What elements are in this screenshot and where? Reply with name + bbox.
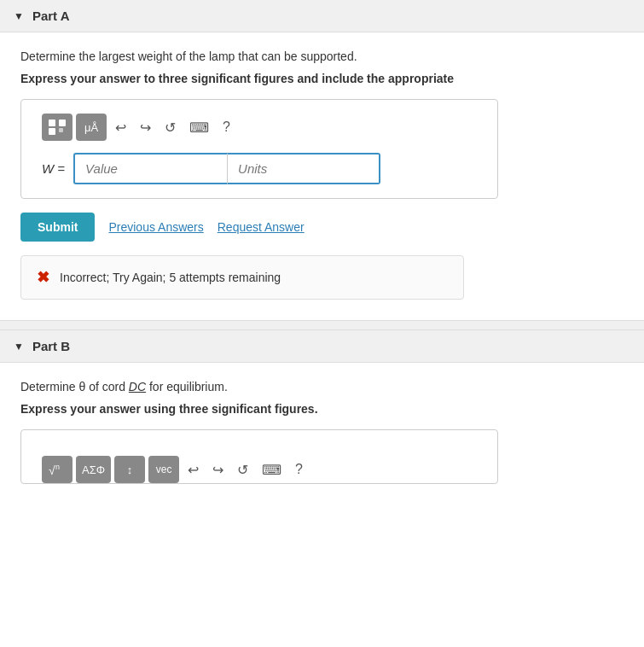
part-a-toolbar: μÅ ↩ ↪ ↺ ⌨ ?: [35, 114, 484, 141]
help-icon-a: ?: [223, 119, 230, 135]
previous-answers-label: Previous Answers: [108, 220, 203, 234]
value-input[interactable]: [73, 153, 227, 184]
svg-text:√: √: [49, 463, 55, 477]
cord-italic: DC: [129, 380, 146, 393]
redo-button[interactable]: ↪: [135, 116, 156, 139]
part-b-question-text2: for equilibrium.: [149, 380, 228, 393]
keyboard-button-b[interactable]: ⌨: [257, 458, 287, 481]
keyboard-icon-b: ⌨: [262, 462, 281, 478]
help-icon-b: ?: [295, 462, 303, 477]
help-button-a[interactable]: ?: [218, 116, 235, 138]
w-label: W =: [42, 161, 65, 176]
undo-icon: ↩: [115, 119, 126, 136]
part-a-action-row: Submit Previous Answers Request Answer: [20, 213, 624, 242]
part-a-collapse-arrow: ▼: [14, 10, 24, 22]
reset-icon-b: ↺: [237, 462, 248, 478]
feedback-text: Incorrect; Try Again; 5 attempts remaini…: [60, 271, 281, 284]
part-b-instruction: Express your answer using three signific…: [20, 402, 624, 416]
part-b-cord-label: DC: [129, 380, 149, 393]
cord-underline: DC: [129, 380, 146, 393]
sqrt-button[interactable]: √ n: [42, 456, 73, 483]
part-a-question: Determine the largest weight of the lamp…: [20, 50, 624, 63]
svg-text:n: n: [55, 463, 60, 471]
undo-button-b[interactable]: ↩: [183, 458, 204, 481]
svg-rect-2: [49, 128, 55, 135]
submit-label: Submit: [38, 220, 78, 234]
mu-button[interactable]: μÅ: [76, 114, 107, 141]
redo-icon: ↪: [140, 119, 151, 136]
vec-button[interactable]: vec: [148, 456, 179, 483]
part-b-collapse-arrow: ▼: [14, 341, 24, 353]
svg-rect-0: [49, 119, 55, 126]
arrows-button[interactable]: ↕: [114, 456, 145, 483]
svg-rect-1: [59, 119, 66, 126]
vec-label: vec: [156, 463, 172, 475]
matrix-button[interactable]: [42, 114, 73, 141]
part-b-toolbar: √ n ΑΣΦ ↕ vec ↩ ↪ ↺ ⌨: [35, 444, 484, 483]
part-a-header[interactable]: ▼ Part A: [0, 0, 644, 32]
arrows-icon: ↕: [127, 463, 133, 476]
section-divider: [0, 320, 644, 330]
undo-icon-b: ↩: [188, 462, 199, 478]
part-b-answer-box: √ n ΑΣΦ ↕ vec ↩ ↪ ↺ ⌨: [20, 429, 498, 484]
part-a-title: Part A: [32, 9, 70, 23]
redo-icon-b: ↪: [212, 462, 223, 478]
reset-button[interactable]: ↺: [160, 116, 181, 139]
redo-button-b[interactable]: ↪: [207, 458, 229, 481]
reset-button-b[interactable]: ↺: [232, 458, 253, 481]
part-a-input-row: W =: [35, 153, 484, 184]
help-button-b[interactable]: ?: [290, 458, 308, 481]
part-b-header[interactable]: ▼ Part B: [0, 330, 644, 363]
reset-icon: ↺: [165, 119, 176, 136]
part-a-answer-box: μÅ ↩ ↪ ↺ ⌨ ? W =: [20, 99, 498, 199]
part-a-body: Determine the largest weight of the lamp…: [0, 32, 644, 320]
undo-button[interactable]: ↩: [110, 116, 131, 139]
request-answer-label: Request Answer: [218, 220, 305, 234]
keyboard-icon: ⌨: [189, 119, 209, 136]
incorrect-icon: ✖: [37, 268, 49, 287]
part-b-body: Determine θ of cord DC for equilibrium. …: [0, 363, 644, 484]
part-b-question-text1: Determine θ of cord: [20, 380, 125, 393]
request-answer-button[interactable]: Request Answer: [218, 220, 305, 234]
part-a-instruction: Express your answer to three significant…: [20, 72, 624, 85]
alpha-sigma-phi-button[interactable]: ΑΣΦ: [76, 456, 111, 483]
part-b-title: Part B: [32, 339, 70, 353]
svg-rect-3: [59, 128, 63, 132]
mu-label: μÅ: [84, 121, 98, 134]
units-input[interactable]: [227, 153, 380, 184]
feedback-box: ✖ Incorrect; Try Again; 5 attempts remai…: [20, 255, 464, 300]
alpha-sigma-label: ΑΣΦ: [82, 463, 105, 476]
submit-button[interactable]: Submit: [20, 213, 95, 242]
part-b-question: Determine θ of cord DC for equilibrium.: [20, 380, 624, 393]
keyboard-button[interactable]: ⌨: [184, 116, 214, 139]
previous-answers-button[interactable]: Previous Answers: [108, 220, 203, 234]
